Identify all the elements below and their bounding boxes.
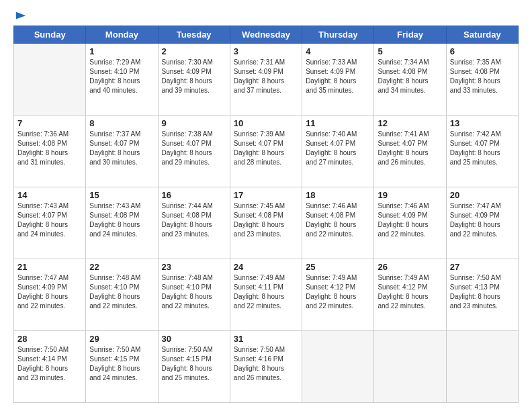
- day-number: 16: [162, 190, 226, 200]
- cell-sun-info: Sunrise: 7:49 AMSunset: 4:12 PMDaylight:…: [378, 273, 442, 311]
- calendar-cell: [374, 331, 446, 403]
- calendar-week-1: 1Sunrise: 7:29 AMSunset: 4:10 PMDaylight…: [14, 44, 519, 116]
- cell-sun-info: Sunrise: 7:41 AMSunset: 4:07 PMDaylight:…: [378, 130, 442, 167]
- day-number: 5: [378, 46, 442, 56]
- day-number: 20: [450, 190, 515, 200]
- cell-sun-info: Sunrise: 7:40 AMSunset: 4:07 PMDaylight:…: [306, 130, 370, 167]
- calendar-week-3: 14Sunrise: 7:43 AMSunset: 4:07 PMDayligh…: [14, 187, 519, 259]
- calendar-cell: 9Sunrise: 7:38 AMSunset: 4:07 PMDaylight…: [158, 116, 230, 187]
- day-number: 14: [17, 190, 82, 200]
- cell-sun-info: Sunrise: 7:46 AMSunset: 4:09 PMDaylight:…: [378, 201, 442, 239]
- day-number: 1: [89, 46, 154, 56]
- cell-sun-info: Sunrise: 7:50 AMSunset: 4:13 PMDaylight:…: [450, 273, 515, 311]
- calendar-cell: 23Sunrise: 7:48 AMSunset: 4:10 PMDayligh…: [158, 259, 230, 331]
- calendar-cell: 13Sunrise: 7:42 AMSunset: 4:07 PMDayligh…: [446, 116, 518, 187]
- cell-sun-info: Sunrise: 7:43 AMSunset: 4:08 PMDaylight:…: [89, 201, 154, 239]
- calendar-cell: 7Sunrise: 7:36 AMSunset: 4:08 PMDaylight…: [14, 116, 86, 187]
- calendar-cell: 22Sunrise: 7:48 AMSunset: 4:10 PMDayligh…: [86, 259, 158, 331]
- cell-sun-info: Sunrise: 7:48 AMSunset: 4:10 PMDaylight:…: [89, 273, 154, 311]
- svg-marker-0: [16, 12, 26, 19]
- day-number: 3: [234, 46, 298, 56]
- weekday-header-friday: Friday: [374, 26, 446, 44]
- cell-sun-info: Sunrise: 7:47 AMSunset: 4:09 PMDaylight:…: [17, 273, 82, 311]
- calendar-cell: 28Sunrise: 7:50 AMSunset: 4:14 PMDayligh…: [14, 331, 86, 403]
- calendar-cell: 21Sunrise: 7:47 AMSunset: 4:09 PMDayligh…: [14, 259, 86, 331]
- day-number: 6: [450, 46, 515, 56]
- cell-sun-info: Sunrise: 7:48 AMSunset: 4:10 PMDaylight:…: [162, 273, 226, 311]
- day-number: 12: [378, 118, 442, 128]
- cell-sun-info: Sunrise: 7:31 AMSunset: 4:09 PMDaylight:…: [234, 58, 298, 95]
- day-number: 22: [89, 262, 154, 272]
- day-number: 27: [450, 262, 515, 272]
- calendar-cell: 14Sunrise: 7:43 AMSunset: 4:07 PMDayligh…: [14, 187, 86, 259]
- calendar-cell: 4Sunrise: 7:33 AMSunset: 4:09 PMDaylight…: [302, 44, 374, 116]
- calendar-cell: 20Sunrise: 7:47 AMSunset: 4:09 PMDayligh…: [446, 187, 518, 259]
- cell-sun-info: Sunrise: 7:46 AMSunset: 4:08 PMDaylight:…: [306, 201, 370, 239]
- cell-sun-info: Sunrise: 7:47 AMSunset: 4:09 PMDaylight:…: [450, 201, 515, 239]
- calendar-cell: [446, 331, 518, 403]
- logo-flag-icon: [15, 11, 27, 23]
- day-number: 9: [162, 118, 226, 128]
- day-number: 8: [89, 118, 154, 128]
- calendar-table: SundayMondayTuesdayWednesdayThursdayFrid…: [13, 26, 519, 403]
- calendar-cell: 15Sunrise: 7:43 AMSunset: 4:08 PMDayligh…: [86, 187, 158, 259]
- calendar-cell: 29Sunrise: 7:50 AMSunset: 4:15 PMDayligh…: [86, 331, 158, 403]
- day-number: 26: [378, 262, 442, 272]
- calendar-cell: 8Sunrise: 7:37 AMSunset: 4:07 PMDaylight…: [86, 116, 158, 187]
- calendar-cell: 24Sunrise: 7:49 AMSunset: 4:11 PMDayligh…: [230, 259, 302, 331]
- weekday-header-wednesday: Wednesday: [230, 26, 302, 44]
- day-number: 15: [89, 190, 154, 200]
- cell-sun-info: Sunrise: 7:34 AMSunset: 4:08 PMDaylight:…: [378, 58, 442, 95]
- calendar-week-5: 28Sunrise: 7:50 AMSunset: 4:14 PMDayligh…: [14, 331, 519, 403]
- calendar-cell: [302, 331, 374, 403]
- cell-sun-info: Sunrise: 7:49 AMSunset: 4:11 PMDaylight:…: [234, 273, 298, 311]
- cell-sun-info: Sunrise: 7:42 AMSunset: 4:07 PMDaylight:…: [450, 130, 515, 167]
- calendar-cell: 2Sunrise: 7:30 AMSunset: 4:09 PMDaylight…: [158, 44, 230, 116]
- weekday-header-saturday: Saturday: [446, 26, 518, 44]
- header: [13, 11, 519, 20]
- day-number: 29: [89, 334, 154, 344]
- cell-sun-info: Sunrise: 7:29 AMSunset: 4:10 PMDaylight:…: [89, 58, 154, 95]
- cell-sun-info: Sunrise: 7:33 AMSunset: 4:09 PMDaylight:…: [306, 58, 370, 95]
- calendar-cell: 19Sunrise: 7:46 AMSunset: 4:09 PMDayligh…: [374, 187, 446, 259]
- weekday-header-monday: Monday: [86, 26, 158, 44]
- weekday-header-row: SundayMondayTuesdayWednesdayThursdayFrid…: [14, 26, 519, 44]
- cell-sun-info: Sunrise: 7:35 AMSunset: 4:08 PMDaylight:…: [450, 58, 515, 95]
- cell-sun-info: Sunrise: 7:44 AMSunset: 4:08 PMDaylight:…: [162, 201, 226, 239]
- cell-sun-info: Sunrise: 7:37 AMSunset: 4:07 PMDaylight:…: [89, 130, 154, 167]
- calendar-cell: 6Sunrise: 7:35 AMSunset: 4:08 PMDaylight…: [446, 44, 518, 116]
- calendar-week-2: 7Sunrise: 7:36 AMSunset: 4:08 PMDaylight…: [14, 116, 519, 187]
- cell-sun-info: Sunrise: 7:39 AMSunset: 4:07 PMDaylight:…: [234, 130, 298, 167]
- calendar-cell: 5Sunrise: 7:34 AMSunset: 4:08 PMDaylight…: [374, 44, 446, 116]
- calendar-cell: 1Sunrise: 7:29 AMSunset: 4:10 PMDaylight…: [86, 44, 158, 116]
- day-number: 21: [17, 262, 82, 272]
- day-number: 4: [306, 46, 370, 56]
- calendar-cell: 25Sunrise: 7:49 AMSunset: 4:12 PMDayligh…: [302, 259, 374, 331]
- day-number: 24: [234, 262, 298, 272]
- weekday-header-tuesday: Tuesday: [158, 26, 230, 44]
- day-number: 11: [306, 118, 370, 128]
- logo: [13, 11, 27, 20]
- cell-sun-info: Sunrise: 7:30 AMSunset: 4:09 PMDaylight:…: [162, 58, 226, 95]
- calendar-cell: 31Sunrise: 7:50 AMSunset: 4:16 PMDayligh…: [230, 331, 302, 403]
- calendar-cell: 16Sunrise: 7:44 AMSunset: 4:08 PMDayligh…: [158, 187, 230, 259]
- calendar-cell: 10Sunrise: 7:39 AMSunset: 4:07 PMDayligh…: [230, 116, 302, 187]
- weekday-header-thursday: Thursday: [302, 26, 374, 44]
- cell-sun-info: Sunrise: 7:49 AMSunset: 4:12 PMDaylight:…: [306, 273, 370, 311]
- calendar-cell: 26Sunrise: 7:49 AMSunset: 4:12 PMDayligh…: [374, 259, 446, 331]
- calendar-cell: 18Sunrise: 7:46 AMSunset: 4:08 PMDayligh…: [302, 187, 374, 259]
- cell-sun-info: Sunrise: 7:50 AMSunset: 4:14 PMDaylight:…: [17, 345, 82, 383]
- cell-sun-info: Sunrise: 7:36 AMSunset: 4:08 PMDaylight:…: [17, 130, 82, 167]
- weekday-header-sunday: Sunday: [14, 26, 86, 44]
- day-number: 28: [17, 334, 82, 344]
- day-number: 10: [234, 118, 298, 128]
- cell-sun-info: Sunrise: 7:50 AMSunset: 4:16 PMDaylight:…: [234, 345, 298, 383]
- day-number: 31: [234, 334, 298, 344]
- calendar-cell: 12Sunrise: 7:41 AMSunset: 4:07 PMDayligh…: [374, 116, 446, 187]
- day-number: 13: [450, 118, 515, 128]
- day-number: 23: [162, 262, 226, 272]
- calendar-cell: 27Sunrise: 7:50 AMSunset: 4:13 PMDayligh…: [446, 259, 518, 331]
- day-number: 25: [306, 262, 370, 272]
- day-number: 17: [234, 190, 298, 200]
- calendar-cell: 30Sunrise: 7:50 AMSunset: 4:15 PMDayligh…: [158, 331, 230, 403]
